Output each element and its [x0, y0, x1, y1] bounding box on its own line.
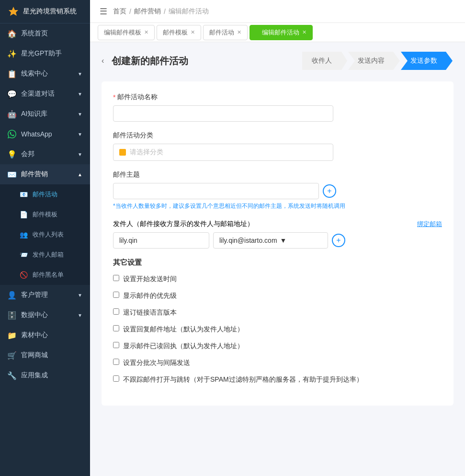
- campaign-name-input[interactable]: [113, 105, 333, 122]
- sidebar-item-senders[interactable]: 📨 发件人邮箱: [0, 245, 90, 265]
- sidebar-item-ai[interactable]: 🤖 AI知识库 ▼: [0, 104, 90, 124]
- apps-icon: 🔧: [8, 371, 16, 380]
- sidebar-item-campaigns[interactable]: 📧 邮件活动: [0, 184, 90, 204]
- sender-name-input[interactable]: [113, 232, 209, 249]
- checkbox-reply-address-input[interactable]: [113, 325, 119, 331]
- step-params-label: 发送参数: [410, 57, 437, 64]
- sidebar-item-channels[interactable]: 💬 全渠道对话 ▼: [0, 84, 90, 104]
- sidebar-item-recipients-label: 收件人列表: [33, 230, 64, 239]
- sidebar-item-customers[interactable]: 👤 客户管理 ▼: [0, 285, 90, 305]
- checkbox-start-time-label: 设置开始发送时间: [123, 274, 177, 284]
- step-content-label: 发送内容: [358, 57, 385, 64]
- add-subject-button[interactable]: +: [323, 184, 336, 198]
- checkbox-priority-label: 显示邮件的优先级: [123, 291, 177, 301]
- leads-arrow: ▼: [78, 71, 82, 77]
- sidebar-item-blacklist[interactable]: 🚫 邮件黑名单: [0, 265, 90, 285]
- sidebar-item-apps[interactable]: 🔧 应用集成: [0, 365, 90, 385]
- bind-email-link[interactable]: 绑定邮箱: [417, 220, 442, 228]
- subject-label-text: 邮件主题: [113, 170, 140, 179]
- sidebar-item-club[interactable]: 💡 会邦 ▼: [0, 144, 90, 164]
- step-recipients-label: 收件人: [312, 57, 332, 64]
- content-area: ‹ 创建新的邮件活动 收件人 发送内容 发送参数 * 邮件活动名称: [90, 42, 465, 476]
- tab-edit-template[interactable]: 编辑邮件模板 ✕: [98, 25, 155, 40]
- add-sender-button[interactable]: +: [332, 234, 345, 247]
- home-icon: 🏠: [8, 29, 16, 38]
- checkbox-priority-input[interactable]: [113, 292, 119, 298]
- checkbox-no-tracking[interactable]: 不跟踪邮件打开与跳转（对于SPAM过滤特别严格的服务器，有助于提升到达率）: [113, 374, 442, 385]
- back-button[interactable]: ‹: [102, 57, 104, 65]
- category-select[interactable]: 请选择分类: [113, 144, 333, 161]
- sidebar-item-materials-label: 素材中心: [21, 331, 48, 340]
- step-recipients[interactable]: 收件人: [302, 52, 347, 70]
- data-arrow: ▼: [78, 313, 82, 318]
- form-section: * 邮件活动名称 邮件活动分类 请选择分类 邮件主题: [102, 81, 454, 406]
- step-params[interactable]: 发送参数: [401, 52, 453, 70]
- other-settings-group: 其它设置 设置开始发送时间 显示邮件的优先级 退订链接语言版本 设置回复邮件地址…: [113, 258, 442, 385]
- tab-campaigns-label: 邮件活动: [209, 28, 234, 37]
- checkbox-batch-send[interactable]: 设置分批次与间隔发送: [113, 358, 442, 368]
- tab-campaigns[interactable]: 邮件活动 ✕: [203, 25, 248, 40]
- sidebar-item-leads[interactable]: 📋 线索中心 ▼: [0, 64, 90, 84]
- checkbox-start-time[interactable]: 设置开始发送时间: [113, 274, 442, 284]
- campaign-name-label-text: 邮件活动名称: [117, 93, 158, 102]
- checkbox-read-receipt[interactable]: 显示邮件已读回执（默认为发件人地址）: [113, 341, 442, 351]
- sidebar-item-shop-label: 官网商城: [21, 351, 48, 360]
- tab-template[interactable]: 邮件模板 ✕: [157, 25, 201, 40]
- svg-marker-0: [9, 7, 18, 16]
- tab-edit-campaign[interactable]: 编辑邮件活动 ✕: [250, 25, 313, 40]
- sidebar-item-gpt[interactable]: ✨ 星光GPT助手: [0, 44, 90, 64]
- tab-template-label: 邮件模板: [163, 28, 188, 37]
- checkbox-reply-address[interactable]: 设置回复邮件地址（默认为发件人地址）: [113, 324, 442, 334]
- checkbox-read-receipt-input[interactable]: [113, 342, 119, 348]
- category-label-text: 邮件活动分类: [113, 131, 153, 140]
- email-arrow: ▲: [78, 172, 82, 177]
- sidebar-item-leads-label: 线索中心: [21, 69, 48, 78]
- templates-icon: 📄: [19, 210, 28, 219]
- sidebar-item-whatsapp[interactable]: WhatsApp ▼: [0, 124, 90, 144]
- data-icon: 🗄️: [8, 311, 16, 319]
- checkbox-batch-send-input[interactable]: [113, 359, 119, 365]
- subject-group: 邮件主题 + *当收件人数量较多时，建议多设置几个意思相近但不同的邮件主题，系统…: [113, 170, 442, 210]
- breadcrumb-email[interactable]: 邮件营销: [134, 7, 161, 16]
- sidebar-item-ai-label: AI知识库: [21, 110, 47, 118]
- checkbox-priority[interactable]: 显示邮件的优先级: [113, 291, 442, 301]
- sidebar: 星光跨境营销系统 🏠 系统首页 ✨ 星光GPT助手 📋 线索中心 ▼ 💬 全渠道…: [0, 0, 90, 476]
- sidebar-item-shop[interactable]: 🛒 官网商城: [0, 345, 90, 365]
- ai-arrow: ▼: [78, 112, 82, 117]
- sender-email-value: lily.qin@istarto.com: [219, 237, 277, 244]
- gpt-icon: ✨: [8, 49, 16, 58]
- sidebar-item-materials[interactable]: 📁 素材中心: [0, 325, 90, 345]
- leads-icon: 📋: [8, 69, 16, 78]
- app-title: 星光跨境营销系统: [23, 7, 77, 16]
- sidebar-item-templates[interactable]: 📄 邮件模板: [0, 204, 90, 225]
- sidebar-item-data[interactable]: 🗄️ 数据中心 ▼: [0, 305, 90, 325]
- breadcrumb: 首页 / 邮件营销 / 编辑邮件活动: [113, 7, 209, 16]
- subject-label: 邮件主题: [113, 170, 442, 179]
- step-content[interactable]: 发送内容: [348, 52, 400, 70]
- shop-icon: 🛒: [8, 351, 16, 360]
- sidebar-item-recipients[interactable]: 👥 收件人列表: [0, 225, 90, 245]
- tab-edit-template-close[interactable]: ✕: [144, 29, 148, 35]
- checkbox-batch-send-label: 设置分批次与间隔发送: [123, 358, 190, 368]
- menu-toggle-icon[interactable]: ☰: [100, 6, 107, 17]
- sender-email-select[interactable]: lily.qin@istarto.com ▼: [213, 232, 328, 249]
- breadcrumb-sep2: /: [164, 8, 166, 15]
- tab-edit-campaign-close[interactable]: ✕: [302, 29, 306, 35]
- tab-template-close[interactable]: ✕: [191, 29, 195, 35]
- sidebar-item-email[interactable]: ✉️ 邮件营销 ▲: [0, 164, 90, 184]
- sidebar-item-whatsapp-label: WhatsApp: [21, 130, 52, 138]
- tab-campaigns-close[interactable]: ✕: [237, 29, 241, 35]
- checkbox-unsubscribe-lang[interactable]: 退订链接语言版本: [113, 307, 442, 317]
- sidebar-item-home[interactable]: 🏠 系统首页: [0, 23, 90, 44]
- sender-label-row: 发件人（邮件接收方显示的发件人与邮箱地址） 绑定邮箱: [113, 220, 442, 228]
- checkbox-no-tracking-input[interactable]: [113, 375, 119, 382]
- app-logo: 星光跨境营销系统: [0, 0, 90, 23]
- breadcrumb-home[interactable]: 首页: [113, 7, 126, 16]
- recipients-icon: 👥: [19, 230, 28, 239]
- channels-arrow: ▼: [78, 91, 82, 97]
- checkbox-start-time-input[interactable]: [113, 275, 119, 281]
- subject-input[interactable]: [113, 183, 319, 199]
- category-placeholder: 请选择分类: [130, 148, 163, 157]
- senders-icon: 📨: [19, 250, 28, 259]
- checkbox-unsubscribe-lang-input[interactable]: [113, 308, 119, 315]
